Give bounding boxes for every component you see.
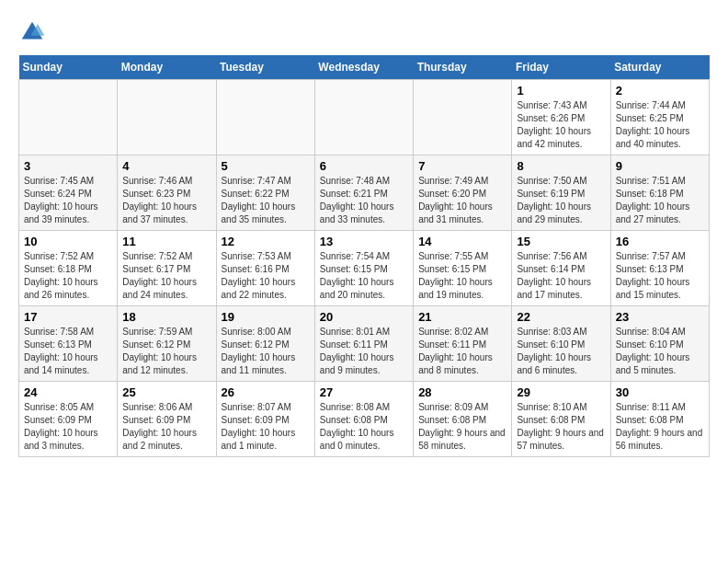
- day-cell: 26Sunrise: 8:07 AM Sunset: 6:09 PM Dayli…: [216, 382, 314, 457]
- day-info: Sunrise: 7:46 AM Sunset: 6:23 PM Dayligh…: [122, 175, 210, 226]
- day-info: Sunrise: 8:03 AM Sunset: 6:10 PM Dayligh…: [517, 326, 605, 377]
- day-number: 22: [517, 310, 605, 324]
- day-cell: [118, 80, 216, 155]
- header-row: SundayMondayTuesdayWednesdayThursdayFrid…: [19, 55, 710, 80]
- day-number: 2: [616, 84, 704, 98]
- day-number: 28: [418, 385, 506, 399]
- day-cell: 9Sunrise: 7:51 AM Sunset: 6:18 PM Daylig…: [610, 155, 709, 231]
- day-info: Sunrise: 8:10 AM Sunset: 6:08 PM Dayligh…: [517, 401, 605, 453]
- day-number: 3: [24, 159, 112, 173]
- calendar-body: 1Sunrise: 7:43 AM Sunset: 6:26 PM Daylig…: [19, 80, 710, 457]
- day-number: 10: [24, 235, 112, 248]
- header-cell-monday: Monday: [118, 55, 216, 80]
- day-number: 5: [222, 159, 310, 173]
- day-cell: 5Sunrise: 7:47 AM Sunset: 6:22 PM Daylig…: [216, 155, 314, 231]
- day-info: Sunrise: 7:55 AM Sunset: 6:15 PM Dayligh…: [418, 250, 506, 302]
- day-number: 11: [122, 235, 210, 248]
- day-info: Sunrise: 8:00 AM Sunset: 6:12 PM Dayligh…: [222, 326, 310, 377]
- header-cell-sunday: Sunday: [19, 55, 118, 80]
- day-cell: [314, 80, 413, 155]
- day-number: 30: [616, 385, 704, 399]
- day-number: 25: [122, 385, 210, 399]
- day-number: 9: [616, 159, 704, 173]
- day-info: Sunrise: 8:07 AM Sunset: 6:09 PM Dayligh…: [222, 401, 310, 453]
- day-number: 16: [616, 235, 704, 248]
- day-info: Sunrise: 8:09 AM Sunset: 6:08 PM Dayligh…: [418, 401, 506, 453]
- day-number: 7: [418, 159, 506, 173]
- day-cell: 29Sunrise: 8:10 AM Sunset: 6:08 PM Dayli…: [512, 382, 610, 457]
- day-cell: 23Sunrise: 8:04 AM Sunset: 6:10 PM Dayli…: [610, 306, 709, 382]
- day-number: 13: [320, 235, 408, 248]
- day-cell: 8Sunrise: 7:50 AM Sunset: 6:19 PM Daylig…: [512, 155, 610, 231]
- day-info: Sunrise: 7:56 AM Sunset: 6:14 PM Dayligh…: [517, 250, 605, 302]
- day-cell: 12Sunrise: 7:53 AM Sunset: 6:16 PM Dayli…: [216, 231, 314, 306]
- day-cell: 10Sunrise: 7:52 AM Sunset: 6:18 PM Dayli…: [19, 231, 118, 306]
- day-cell: 15Sunrise: 7:56 AM Sunset: 6:14 PM Dayli…: [512, 231, 610, 306]
- day-number: 27: [320, 385, 408, 399]
- day-cell: 13Sunrise: 7:54 AM Sunset: 6:15 PM Dayli…: [314, 231, 413, 306]
- day-info: Sunrise: 7:49 AM Sunset: 6:20 PM Dayligh…: [418, 175, 506, 226]
- day-info: Sunrise: 7:53 AM Sunset: 6:16 PM Dayligh…: [222, 250, 310, 302]
- day-number: 12: [222, 235, 310, 248]
- day-cell: [414, 80, 512, 155]
- day-info: Sunrise: 7:47 AM Sunset: 6:22 PM Dayligh…: [222, 175, 310, 226]
- logo-icon: [18, 18, 46, 46]
- week-row-5: 24Sunrise: 8:05 AM Sunset: 6:09 PM Dayli…: [19, 382, 710, 457]
- day-info: Sunrise: 8:02 AM Sunset: 6:11 PM Dayligh…: [418, 326, 506, 377]
- day-number: 6: [320, 159, 408, 173]
- header-cell-tuesday: Tuesday: [216, 55, 314, 80]
- day-number: 20: [320, 310, 408, 324]
- day-number: 19: [222, 310, 310, 324]
- day-info: Sunrise: 7:43 AM Sunset: 6:26 PM Dayligh…: [517, 99, 605, 151]
- day-info: Sunrise: 8:04 AM Sunset: 6:10 PM Dayligh…: [616, 326, 704, 377]
- day-number: 26: [222, 385, 310, 399]
- day-number: 4: [122, 159, 210, 173]
- header-cell-thursday: Thursday: [414, 55, 512, 80]
- day-info: Sunrise: 7:48 AM Sunset: 6:21 PM Dayligh…: [320, 175, 408, 226]
- day-number: 15: [517, 235, 605, 248]
- logo: [18, 18, 51, 46]
- header-cell-saturday: Saturday: [610, 55, 709, 80]
- day-cell: [19, 80, 118, 155]
- day-number: 17: [24, 310, 112, 324]
- day-info: Sunrise: 7:52 AM Sunset: 6:18 PM Dayligh…: [24, 250, 112, 302]
- day-info: Sunrise: 7:51 AM Sunset: 6:18 PM Dayligh…: [616, 175, 704, 226]
- day-info: Sunrise: 7:44 AM Sunset: 6:25 PM Dayligh…: [616, 99, 704, 151]
- day-cell: 17Sunrise: 7:58 AM Sunset: 6:13 PM Dayli…: [19, 306, 118, 382]
- day-info: Sunrise: 7:54 AM Sunset: 6:15 PM Dayligh…: [320, 250, 408, 302]
- day-info: Sunrise: 7:58 AM Sunset: 6:13 PM Dayligh…: [24, 326, 112, 377]
- day-cell: 22Sunrise: 8:03 AM Sunset: 6:10 PM Dayli…: [512, 306, 610, 382]
- day-number: 14: [418, 235, 506, 248]
- day-number: 24: [24, 385, 112, 399]
- day-info: Sunrise: 8:06 AM Sunset: 6:09 PM Dayligh…: [122, 401, 210, 453]
- day-cell: 21Sunrise: 8:02 AM Sunset: 6:11 PM Dayli…: [414, 306, 512, 382]
- calendar-header: SundayMondayTuesdayWednesdayThursdayFrid…: [19, 55, 710, 80]
- day-cell: 19Sunrise: 8:00 AM Sunset: 6:12 PM Dayli…: [216, 306, 314, 382]
- day-number: 29: [517, 385, 605, 399]
- day-cell: 27Sunrise: 8:08 AM Sunset: 6:08 PM Dayli…: [314, 382, 413, 457]
- day-info: Sunrise: 7:57 AM Sunset: 6:13 PM Dayligh…: [616, 250, 704, 302]
- day-number: 23: [616, 310, 704, 324]
- day-info: Sunrise: 7:59 AM Sunset: 6:12 PM Dayligh…: [122, 326, 210, 377]
- calendar-table: SundayMondayTuesdayWednesdayThursdayFrid…: [18, 55, 710, 457]
- day-cell: 11Sunrise: 7:52 AM Sunset: 6:17 PM Dayli…: [118, 231, 216, 306]
- day-info: Sunrise: 8:01 AM Sunset: 6:11 PM Dayligh…: [320, 326, 408, 377]
- day-cell: 4Sunrise: 7:46 AM Sunset: 6:23 PM Daylig…: [118, 155, 216, 231]
- day-info: Sunrise: 8:05 AM Sunset: 6:09 PM Dayligh…: [24, 401, 112, 453]
- day-info: Sunrise: 8:08 AM Sunset: 6:08 PM Dayligh…: [320, 401, 408, 453]
- day-cell: 20Sunrise: 8:01 AM Sunset: 6:11 PM Dayli…: [314, 306, 413, 382]
- header-cell-wednesday: Wednesday: [314, 55, 413, 80]
- day-cell: 30Sunrise: 8:11 AM Sunset: 6:08 PM Dayli…: [610, 382, 709, 457]
- day-info: Sunrise: 7:50 AM Sunset: 6:19 PM Dayligh…: [517, 175, 605, 226]
- day-cell: 24Sunrise: 8:05 AM Sunset: 6:09 PM Dayli…: [19, 382, 118, 457]
- day-info: Sunrise: 8:11 AM Sunset: 6:08 PM Dayligh…: [616, 401, 704, 453]
- week-row-3: 10Sunrise: 7:52 AM Sunset: 6:18 PM Dayli…: [19, 231, 710, 306]
- week-row-2: 3Sunrise: 7:45 AM Sunset: 6:24 PM Daylig…: [19, 155, 710, 231]
- day-number: 1: [517, 84, 605, 98]
- day-cell: 3Sunrise: 7:45 AM Sunset: 6:24 PM Daylig…: [19, 155, 118, 231]
- day-number: 18: [122, 310, 210, 324]
- day-cell: 1Sunrise: 7:43 AM Sunset: 6:26 PM Daylig…: [512, 80, 610, 155]
- day-number: 21: [418, 310, 506, 324]
- day-info: Sunrise: 7:52 AM Sunset: 6:17 PM Dayligh…: [122, 250, 210, 302]
- week-row-1: 1Sunrise: 7:43 AM Sunset: 6:26 PM Daylig…: [19, 80, 710, 155]
